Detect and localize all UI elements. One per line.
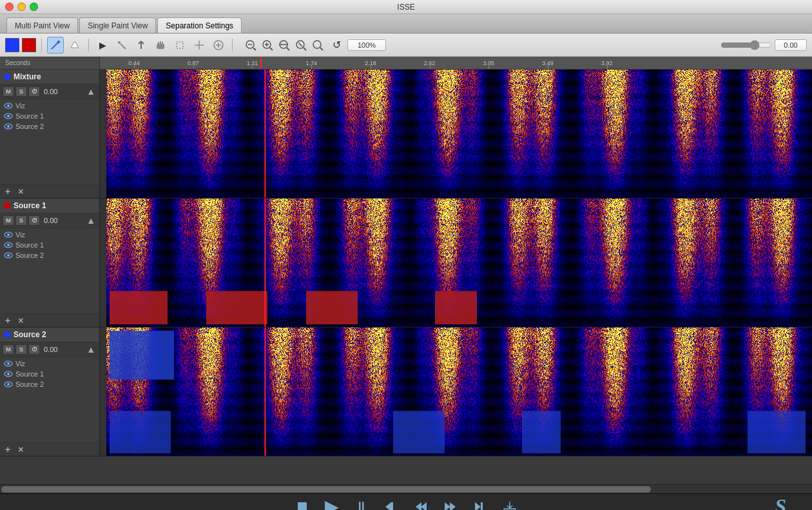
window-controls[interactable] <box>5 3 38 11</box>
toolbar-separator-1 <box>41 39 42 52</box>
svg-line-32 <box>320 48 323 50</box>
svg-marker-58 <box>475 502 481 511</box>
cursor-tool-button[interactable] <box>133 37 150 54</box>
stop-button[interactable] <box>293 497 312 511</box>
zoom-out-icon <box>245 39 256 51</box>
tab-multi-paint[interactable]: Multi Paint View <box>6 17 78 33</box>
track-time: 0.00 <box>41 346 84 353</box>
zoom-in-button[interactable] <box>260 37 275 53</box>
track-list-item[interactable]: Viz <box>0 230 99 240</box>
track-scrollbar[interactable] <box>100 70 106 198</box>
refresh-button[interactable]: ↺ <box>328 37 345 54</box>
track-list-item[interactable]: Source 2 <box>0 250 99 260</box>
select-tool-button[interactable] <box>171 37 188 54</box>
tab-bar: Multi Paint View Single Paint View Separ… <box>0 14 812 34</box>
svg-marker-55 <box>421 502 427 511</box>
svg-line-20 <box>253 48 256 50</box>
rewind-button[interactable] <box>382 497 401 511</box>
seconds-label: Seconds <box>0 57 100 69</box>
track-list-item[interactable]: Source 1 <box>0 111 99 121</box>
back-button[interactable] <box>411 497 430 511</box>
zoom-reset-button[interactable] <box>293 37 309 53</box>
pause-button[interactable]: ⏸ <box>352 497 371 511</box>
eye-icon <box>4 231 13 238</box>
svg-marker-52 <box>385 502 391 511</box>
end-button[interactable] <box>470 497 490 511</box>
track-expand-button[interactable]: ▲ <box>85 344 97 355</box>
value-slider[interactable] <box>720 40 772 50</box>
ruler-line <box>488 64 489 69</box>
track-list-item[interactable]: Source 1 <box>0 240 99 250</box>
track-add-button[interactable]: + <box>3 444 13 455</box>
svg-point-42 <box>7 244 10 246</box>
play-button[interactable]: ▶ <box>322 497 342 511</box>
track-scrollbar[interactable] <box>100 328 106 456</box>
color-swatch-2[interactable] <box>22 38 36 52</box>
zoom-out-button[interactable] <box>243 37 258 53</box>
track-list-item-label: Source 2 <box>15 123 44 130</box>
toolbar-separator-3 <box>232 39 233 52</box>
eye-icon <box>4 252 13 259</box>
zoom-full-button[interactable] <box>310 37 325 53</box>
track-btn-m[interactable]: M <box>3 215 14 226</box>
track-list-item[interactable]: Source 1 <box>0 369 99 379</box>
track-clock-button[interactable]: ⏱ <box>28 86 40 97</box>
tracks-container[interactable]: MixtureMS⏱0.00▲VizSource 1Source 2+×Sour… <box>0 70 812 484</box>
track-spectrogram-source2[interactable] <box>106 328 812 456</box>
track-expand-button[interactable]: ▲ <box>85 86 97 97</box>
tab-single-paint[interactable]: Single Paint View <box>79 17 156 33</box>
track-add-button[interactable]: + <box>3 315 13 326</box>
track-btn-m[interactable]: M <box>3 86 14 97</box>
track-clock-button[interactable]: ⏱ <box>28 344 40 355</box>
minimize-button[interactable] <box>17 3 26 11</box>
tab-separation-settings[interactable]: Separation Settings <box>157 17 242 33</box>
play-tool-button[interactable]: ▶ <box>94 37 111 54</box>
paint-tool-button[interactable] <box>47 37 64 54</box>
track-btn-s[interactable]: S <box>15 215 27 226</box>
track-list-item[interactable]: Viz <box>0 358 99 369</box>
zoom-fit-button[interactable] <box>276 37 292 53</box>
track-add-button[interactable]: + <box>3 186 13 197</box>
maximize-button[interactable] <box>30 3 38 11</box>
track-expand-button[interactable]: ▲ <box>85 215 97 226</box>
track-btn-s[interactable]: S <box>15 344 27 355</box>
track-mixture: MixtureMS⏱0.00▲VizSource 1Source 2+× <box>0 70 812 199</box>
value-display: 0.00 <box>775 39 807 51</box>
track-remove-button[interactable]: × <box>15 444 26 455</box>
track-btn-m[interactable]: M <box>3 344 14 355</box>
track-remove-button[interactable]: × <box>15 315 26 326</box>
svg-point-44 <box>7 254 10 257</box>
track-color-dot <box>4 74 10 80</box>
svg-rect-12 <box>177 42 183 48</box>
forward-icon <box>443 500 458 511</box>
scrollbar-thumb[interactable] <box>1 486 651 493</box>
track-scrollbar[interactable] <box>100 199 106 327</box>
export-button[interactable] <box>500 497 519 511</box>
close-button[interactable] <box>5 3 14 11</box>
zoom-controls <box>243 37 325 53</box>
end-icon <box>473 500 487 511</box>
track-list-item[interactable]: Viz <box>0 101 99 111</box>
add-tool-button[interactable] <box>210 37 227 54</box>
hand-tool-button[interactable] <box>152 37 169 54</box>
track-spectrogram-mixture[interactable] <box>106 70 812 198</box>
track-remove-button[interactable]: × <box>15 186 26 197</box>
track-list: VizSource 1Source 2 <box>0 228 99 313</box>
track-list-item[interactable]: Source 2 <box>0 379 99 389</box>
bottom-scrollbar[interactable] <box>0 484 812 493</box>
track-source1: Source 1MS⏱0.00▲VizSource 1Source 2+× <box>0 199 812 328</box>
track-button-row: MS⏱0.00▲ <box>0 84 99 99</box>
wand-tool-button[interactable] <box>113 37 130 54</box>
track-btn-s[interactable]: S <box>15 86 27 97</box>
crosshair-tool-button[interactable] <box>191 37 208 54</box>
color-swatch-1[interactable] <box>5 38 19 52</box>
track-list-item[interactable]: Source 2 <box>0 121 99 132</box>
svg-rect-8 <box>157 44 164 49</box>
spectrogram-canvas <box>106 199 812 327</box>
eraser-tool-button[interactable] <box>66 37 83 54</box>
forward-button[interactable] <box>441 497 460 511</box>
main-area: Seconds 0.440.871.311.742.182.623.053.49… <box>0 57 812 484</box>
track-clock-button[interactable]: ⏱ <box>28 215 40 226</box>
track-spectrogram-source1[interactable] <box>106 199 812 327</box>
track-button-row: MS⏱0.00▲ <box>0 342 99 357</box>
